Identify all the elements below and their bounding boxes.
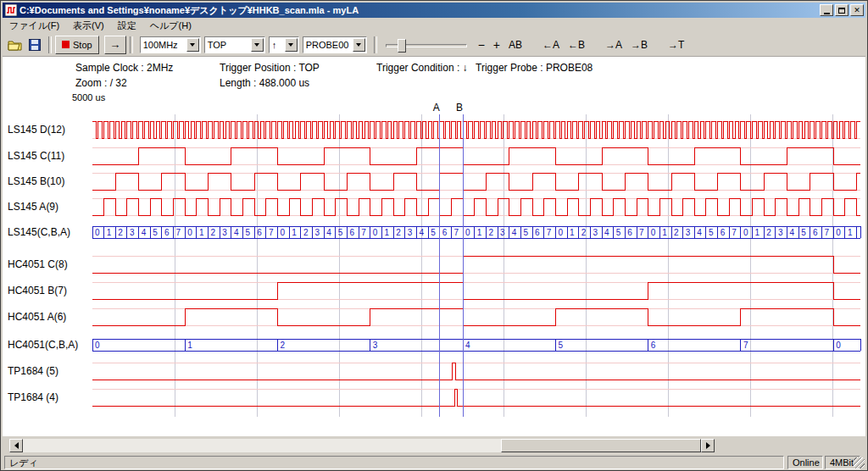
svg-text:3: 3: [408, 228, 413, 237]
svg-text:4: 4: [234, 228, 239, 237]
svg-text:1: 1: [477, 228, 482, 237]
svg-text:5: 5: [709, 228, 714, 237]
svg-text:6: 6: [651, 341, 656, 350]
svg-text:5: 5: [338, 228, 343, 237]
svg-text:7: 7: [453, 228, 459, 237]
svg-text:2: 2: [581, 228, 587, 237]
svg-text:0: 0: [743, 228, 748, 237]
scrollbar-thumb[interactable]: [501, 439, 701, 452]
svg-text:2: 2: [766, 228, 771, 237]
svg-text:3: 3: [778, 228, 783, 237]
svg-text:1: 1: [755, 228, 760, 237]
svg-text:1: 1: [570, 228, 575, 237]
scroll-right-icon: [706, 442, 710, 449]
svg-text:2: 2: [303, 228, 309, 237]
svg-text:B: B: [456, 102, 463, 114]
svg-text:1: 1: [187, 341, 192, 350]
svg-text:0: 0: [651, 228, 656, 237]
svg-text:4: 4: [419, 228, 424, 237]
status-bar: レディ Online 4MBit: [3, 455, 865, 470]
svg-text:0: 0: [465, 228, 470, 237]
svg-text:1: 1: [662, 228, 667, 237]
svg-text:6: 6: [442, 228, 448, 237]
svg-text:2: 2: [281, 341, 286, 350]
status-online: Online: [787, 456, 823, 469]
waveform-svg: 0123456701234567012345670123456701234567…: [1, 1, 868, 471]
svg-text:2: 2: [211, 228, 216, 237]
svg-text:7: 7: [743, 341, 748, 350]
svg-text:6: 6: [350, 228, 355, 237]
svg-text:5: 5: [801, 228, 806, 237]
svg-text:3: 3: [222, 228, 227, 237]
svg-text:4: 4: [604, 228, 609, 237]
svg-text:1: 1: [848, 228, 853, 237]
svg-text:2: 2: [118, 228, 123, 237]
svg-text:6: 6: [627, 228, 632, 237]
svg-text:0: 0: [187, 228, 192, 237]
svg-text:7: 7: [361, 228, 366, 237]
svg-text:4: 4: [790, 228, 795, 237]
svg-text:6: 6: [257, 228, 262, 237]
svg-text:3: 3: [373, 341, 378, 350]
resize-grip[interactable]: [854, 457, 865, 468]
app-window: C:¥Documents and Settings¥noname¥デスクトップ¥…: [0, 0, 868, 471]
svg-text:A: A: [433, 102, 440, 114]
svg-text:6: 6: [721, 228, 726, 237]
scroll-right-button[interactable]: [701, 439, 715, 452]
svg-text:7: 7: [176, 228, 181, 237]
horizontal-scrollbar[interactable]: [9, 439, 715, 452]
svg-text:7: 7: [547, 228, 552, 237]
bottom-strip: [3, 436, 865, 455]
svg-text:5: 5: [431, 228, 436, 237]
svg-text:0: 0: [836, 341, 841, 350]
svg-text:5: 5: [153, 228, 158, 237]
svg-text:2: 2: [674, 228, 679, 237]
svg-text:6: 6: [164, 228, 170, 237]
scroll-left-icon: [14, 442, 19, 449]
svg-text:2: 2: [488, 228, 493, 237]
svg-text:3: 3: [315, 228, 320, 237]
svg-text:4: 4: [512, 228, 517, 237]
svg-text:2: 2: [396, 228, 401, 237]
svg-text:4: 4: [142, 228, 147, 237]
svg-text:7: 7: [639, 228, 644, 237]
svg-text:5: 5: [616, 228, 621, 237]
svg-text:1: 1: [107, 228, 112, 237]
svg-text:0: 0: [95, 341, 100, 350]
scroll-left-button[interactable]: [9, 439, 23, 452]
svg-text:1: 1: [199, 228, 204, 237]
svg-text:6: 6: [813, 228, 818, 237]
svg-text:7: 7: [732, 228, 737, 237]
svg-text:3: 3: [686, 228, 691, 237]
svg-text:3: 3: [130, 228, 135, 237]
svg-text:7: 7: [825, 228, 830, 237]
svg-text:4: 4: [697, 228, 702, 237]
svg-text:5: 5: [246, 228, 251, 237]
status-ready: レディ: [4, 456, 784, 469]
svg-text:5: 5: [523, 228, 528, 237]
svg-text:0: 0: [281, 228, 286, 237]
svg-text:0: 0: [836, 228, 841, 237]
svg-text:0: 0: [95, 228, 100, 237]
svg-text:7: 7: [269, 228, 274, 237]
svg-text:6: 6: [535, 228, 540, 237]
svg-text:3: 3: [500, 228, 505, 237]
svg-text:4: 4: [326, 228, 331, 237]
svg-text:5: 5: [558, 341, 563, 350]
svg-text:1: 1: [385, 228, 390, 237]
svg-text:0: 0: [373, 228, 378, 237]
svg-text:0: 0: [558, 228, 563, 237]
svg-text:4: 4: [465, 341, 470, 350]
svg-text:3: 3: [593, 228, 598, 237]
svg-text:1: 1: [292, 228, 297, 237]
